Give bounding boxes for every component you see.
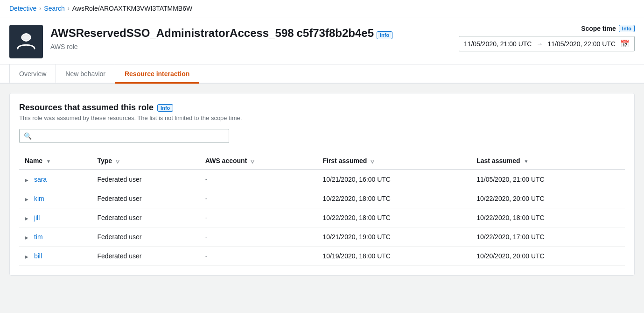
scope-time-label: Scope time Info [581, 25, 635, 32]
table-header: Name ▼ Type ▽ AWS account ▽ First assume… [19, 152, 625, 170]
tab-new-behavior[interactable]: New behavior [56, 64, 115, 84]
sort-account-icon: ▽ [251, 159, 254, 164]
cell-name-4: ▶ bill [19, 247, 91, 266]
table-row: ▶ jill Federated user - 10/22/2020, 18:0… [19, 208, 625, 228]
sort-first-icon: ▽ [371, 159, 374, 164]
title-line2: c5f73f8b2b4e5 [297, 27, 374, 40]
expand-icon-2[interactable]: ▶ [25, 216, 28, 221]
search-input[interactable] [19, 129, 229, 143]
tabs-bar: Overview New behavior Resource interacti… [0, 64, 644, 84]
resource-link-4[interactable]: bill [34, 252, 42, 260]
col-type[interactable]: Type ▽ [91, 152, 199, 170]
expand-icon-4[interactable]: ▶ [25, 254, 28, 259]
resource-link-1[interactable]: kim [34, 195, 44, 202]
scope-start: 11/05/2020, 21:00 UTC [464, 40, 532, 48]
scope-time-block: Scope time Info 11/05/2020, 21:00 UTC → … [459, 25, 635, 51]
tab-resource-interaction[interactable]: Resource interaction [115, 64, 199, 84]
col-last-assumed[interactable]: Last assumed ▼ [471, 152, 625, 170]
cell-account-2: - [200, 208, 317, 228]
cell-last-assumed-1: 10/22/2020, 20:00 UTC [471, 189, 625, 208]
cell-account-4: - [200, 247, 317, 266]
aws-role-icon [15, 30, 37, 53]
search-container: 🔍 [19, 129, 229, 143]
table-body: ▶ sara Federated user - 10/21/2020, 16:0… [19, 170, 625, 266]
calendar-icon[interactable]: 📅 [620, 39, 630, 48]
breadcrumb: Detective › Search › AwsRole/AROAXTKM3VW… [0, 0, 644, 17]
cell-last-assumed-0: 11/05/2020, 21:00 UTC [471, 170, 625, 189]
page-header: AWSReservedSSO_AdministratorAccess_598 c… [0, 17, 644, 64]
header-title-block: AWSReservedSSO_AdministratorAccess_598 c… [50, 25, 392, 50]
card-info-badge[interactable]: Info [157, 104, 173, 112]
col-first-assumed[interactable]: First assumed ▽ [317, 152, 471, 170]
resource-link-2[interactable]: jill [34, 214, 40, 221]
sort-type-icon: ▽ [116, 159, 119, 164]
resource-link-0[interactable]: sara [34, 176, 47, 183]
cell-name-0: ▶ sara [19, 170, 91, 189]
title-info-badge[interactable]: Info [377, 31, 392, 39]
table-row: ▶ sara Federated user - 10/21/2020, 16:0… [19, 170, 625, 189]
title-line1: AWSReservedSSO_AdministratorAccess_598 [50, 27, 294, 40]
breadcrumb-detective[interactable]: Detective [9, 5, 36, 12]
main-content: Resources that assumed this role Info Th… [0, 84, 644, 285]
breadcrumb-sep-1: › [39, 5, 41, 12]
cell-last-assumed-2: 10/22/2020, 18:00 UTC [471, 208, 625, 228]
cell-first-assumed-1: 10/22/2020, 18:00 UTC [317, 189, 471, 208]
resource-type: AWS role [50, 43, 392, 50]
header-left: AWSReservedSSO_AdministratorAccess_598 c… [9, 25, 392, 58]
cell-type-3: Federated user [91, 228, 199, 247]
resources-table: Name ▼ Type ▽ AWS account ▽ First assume… [19, 152, 625, 266]
table-row: ▶ bill Federated user - 10/19/2020, 18:0… [19, 247, 625, 266]
table-row: ▶ kim Federated user - 10/22/2020, 18:00… [19, 189, 625, 208]
cell-type-0: Federated user [91, 170, 199, 189]
scope-time-range[interactable]: 11/05/2020, 21:00 UTC → 11/05/2020, 22:0… [459, 36, 635, 51]
sort-name-icon: ▼ [46, 159, 51, 164]
cell-type-1: Federated user [91, 189, 199, 208]
cell-name-3: ▶ tim [19, 228, 91, 247]
scope-time-info-badge[interactable]: Info [619, 25, 635, 32]
resource-icon [9, 25, 43, 58]
expand-icon-3[interactable]: ▶ [25, 235, 28, 240]
cell-first-assumed-0: 10/21/2020, 16:00 UTC [317, 170, 471, 189]
cell-account-1: - [200, 189, 317, 208]
cell-type-2: Federated user [91, 208, 199, 228]
sort-last-icon: ▼ [524, 159, 528, 164]
table-row: ▶ tim Federated user - 10/21/2020, 19:00… [19, 228, 625, 247]
resource-title: AWSReservedSSO_AdministratorAccess_598 c… [50, 27, 392, 40]
cell-first-assumed-2: 10/22/2020, 18:00 UTC [317, 208, 471, 228]
cell-last-assumed-3: 10/22/2020, 17:00 UTC [471, 228, 625, 247]
breadcrumb-sep-2: › [68, 5, 70, 12]
cell-account-0: - [200, 170, 317, 189]
card-title: Resources that assumed this role [19, 103, 154, 113]
col-aws-account[interactable]: AWS account ▽ [200, 152, 317, 170]
card-title-row: Resources that assumed this role Info [19, 103, 625, 113]
tab-overview[interactable]: Overview [9, 64, 56, 84]
cell-first-assumed-3: 10/21/2020, 19:00 UTC [317, 228, 471, 247]
card-subtitle: This role was assumed by these resources… [19, 114, 625, 121]
breadcrumb-current: AwsRole/AROAXTKM3VWI3TATMMB6W [72, 5, 192, 12]
resource-link-3[interactable]: tim [34, 233, 43, 241]
cell-first-assumed-4: 10/19/2020, 18:00 UTC [317, 247, 471, 266]
expand-icon-0[interactable]: ▶ [25, 178, 28, 183]
cell-name-1: ▶ kim [19, 189, 91, 208]
resources-card: Resources that assumed this role Info Th… [9, 93, 635, 276]
cell-last-assumed-4: 10/20/2020, 20:00 UTC [471, 247, 625, 266]
scope-end: 11/05/2020, 22:00 UTC [547, 40, 616, 48]
breadcrumb-search[interactable]: Search [44, 5, 64, 12]
cell-account-3: - [200, 228, 317, 247]
cell-name-2: ▶ jill [19, 208, 91, 228]
expand-icon-1[interactable]: ▶ [25, 197, 28, 202]
scope-arrow: → [536, 40, 543, 48]
cell-type-4: Federated user [91, 247, 199, 266]
search-icon: 🔍 [24, 132, 32, 140]
col-name[interactable]: Name ▼ [19, 152, 91, 170]
